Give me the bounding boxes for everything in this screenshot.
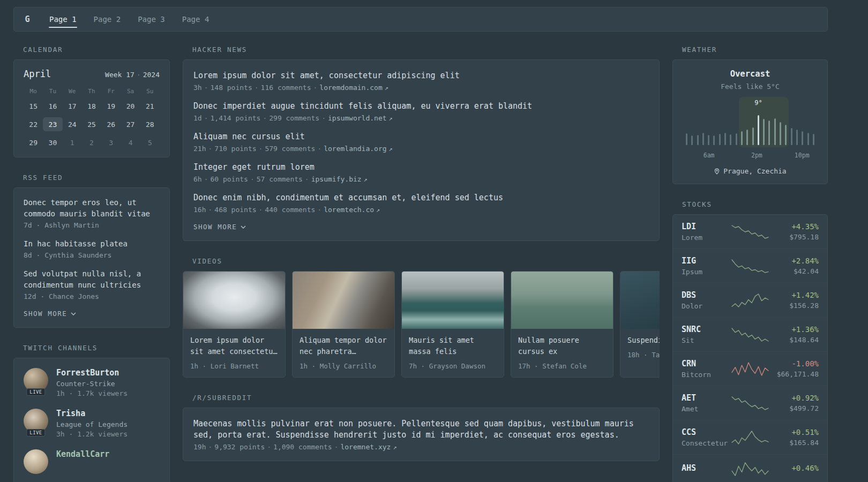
external-link-icon: ↗ <box>364 176 368 183</box>
hn-item-meta: 1d·1,414 points·299 comments·ipsumworld.… <box>193 114 649 122</box>
calendar-day: 16 <box>43 99 62 113</box>
external-link-icon: ↗ <box>389 115 393 122</box>
hn-item-domain-link[interactable]: ipsumworld.net↗ <box>328 114 393 122</box>
stock-change: +0.46% <box>770 464 819 472</box>
video-card[interactable]: Nullam posuere cursus ex 17h · Stefan Co… <box>511 271 613 378</box>
stock-name: Bitcorn <box>682 371 730 379</box>
hn-item-meta: 6h·60 points·57 comments·ipsumify.biz↗ <box>193 175 649 183</box>
weather-section-title: WEATHER <box>682 46 828 54</box>
calendar-day: 21 <box>140 99 160 113</box>
reddit-post-title-link[interactable]: Maecenas mollis pulvinar erat non posuer… <box>193 418 649 441</box>
video-card[interactable]: Aliquam tempor dolor nec pharetra… 1h · … <box>292 271 395 378</box>
hn-item-domain-link[interactable]: loremtech.co↗ <box>324 206 380 214</box>
video-thumbnail[interactable] <box>620 272 660 329</box>
stock-row[interactable]: AHS +0.46% <box>673 454 827 482</box>
rss-show-more-button[interactable]: SHOW MORE <box>24 310 160 318</box>
subreddit-widget: Maecenas mollis pulvinar erat non posuer… <box>183 408 660 461</box>
video-title-link[interactable]: Lorem ipsum dolor sit amet consectetu… <box>190 335 278 357</box>
stock-row[interactable]: LDILorem +4.35%$795.18 <box>673 215 827 248</box>
videos-section-title: VIDEOS <box>192 257 660 265</box>
rss-item-title-link[interactable]: In hac habitasse platea <box>24 238 160 250</box>
calendar-day: 27 <box>121 117 140 131</box>
channel-game: League of Legends <box>56 420 128 428</box>
external-link-icon: ↗ <box>385 84 388 92</box>
channel-viewers: 1h · 1.7k viewers <box>56 389 128 397</box>
stock-name: Lorem <box>682 234 730 242</box>
hn-item-domain-link[interactable]: ipsumify.biz↗ <box>311 175 368 183</box>
video-card[interactable]: Mauris sit amet massa felis 7h · Grayson… <box>401 271 504 378</box>
app-logo[interactable]: G <box>14 7 41 31</box>
hn-item-title-link[interactable]: Donec imperdiet augue tincidunt felis al… <box>193 101 649 112</box>
rss-widget: Donec tempor eros leo, ut commodo mauris… <box>13 187 170 328</box>
calendar-week-row: 22 23 24 25 26 27 28 <box>24 117 160 131</box>
video-title-link[interactable]: Suspendisse diam <box>627 335 660 346</box>
hn-item-title-link[interactable]: Donec enim nibh, condimentum et accumsan… <box>193 192 649 204</box>
hn-item-domain-link[interactable]: loremdomain.com↗ <box>319 84 388 92</box>
rss-item: In hac habitasse platea 8d · Cynthia Sau… <box>24 238 160 259</box>
video-meta: 1h · Molly Carrillo <box>300 362 387 370</box>
videos-section: VIDEOS Lorem ipsum dolor sit amet consec… <box>183 257 660 378</box>
video-card[interactable]: Lorem ipsum dolor sit amet consectetu… 1… <box>183 271 286 378</box>
rss-item-title-link[interactable]: Donec tempor eros leo, ut commodo mauris… <box>24 197 160 220</box>
video-thumbnail[interactable] <box>402 272 504 329</box>
channel-name-link[interactable]: KendallCarr <box>56 449 109 459</box>
stock-symbol: IIG <box>682 256 730 266</box>
calendar-day: 20 <box>121 99 140 113</box>
hn-item-domain-link[interactable]: loremlandia.org↗ <box>324 145 393 153</box>
stock-row[interactable]: DBSDolor +1.42%$156.28 <box>673 283 827 317</box>
hn-item-meta: 3h·148 points·116 comments·loremdomain.c… <box>193 84 649 92</box>
weather-widget: Overcast Feels like 5°C 9° 6am2pm10pm Pr… <box>672 59 828 184</box>
video-title-link[interactable]: Nullam posuere cursus ex <box>518 335 606 357</box>
hn-item: Integer eget rutrum lorem 6h·60 points·5… <box>193 162 649 183</box>
chevron-down-icon <box>71 312 76 315</box>
tab-page-2[interactable]: Page 2 <box>85 7 130 31</box>
hn-show-more-button[interactable]: SHOW MORE <box>193 223 649 231</box>
live-badge: LIVE <box>26 429 45 436</box>
hn-item-title-link[interactable]: Lorem ipsum dolor sit amet, consectetur … <box>193 70 649 81</box>
rss-item-title-link[interactable]: Sed volutpat nulla nisl, a condimentum n… <box>24 268 160 291</box>
channel-name-link[interactable]: Trisha <box>56 409 128 418</box>
calendar-day: 3 <box>101 135 121 149</box>
twitch-channel[interactable]: LIVE ForrestBurton Counter-Strike 1h · 1… <box>24 368 160 397</box>
channel-viewers: 3h · 1.2k viewers <box>56 430 128 438</box>
stock-row[interactable]: CCSConsectetur +0.51%$165.84 <box>673 420 827 454</box>
video-thumbnail[interactable] <box>183 272 285 329</box>
video-thumbnail[interactable] <box>511 272 613 329</box>
stock-row[interactable]: CRNBitcorn -1.00%$66,171.48 <box>673 351 827 386</box>
weather-section: WEATHER Overcast Feels like 5°C 9° 6am2p… <box>672 46 828 184</box>
stock-price: $148.64 <box>770 336 819 344</box>
reddit-post-domain-link[interactable]: loremnet.xyz↗ <box>340 443 396 451</box>
calendar-day: 15 <box>24 99 43 113</box>
calendar-day-selected: 23 <box>43 117 62 131</box>
channel-game: Counter-Strike <box>56 380 128 388</box>
video-thumbnail[interactable] <box>293 272 394 329</box>
stock-row[interactable]: AETAmet +0.92%$499.72 <box>673 386 827 420</box>
video-title-link[interactable]: Aliquam tempor dolor nec pharetra… <box>300 335 387 357</box>
tab-page-4[interactable]: Page 4 <box>174 7 218 31</box>
hn-item-title-link[interactable]: Integer eget rutrum lorem <box>193 162 649 173</box>
tab-page-3[interactable]: Page 3 <box>129 7 174 31</box>
calendar-day: 24 <box>63 117 82 131</box>
video-card[interactable]: Suspendisse diam 18h · Tara <box>620 271 660 378</box>
stock-sparkline <box>730 362 770 376</box>
video-meta: 7h · Grayson Dawson <box>409 362 497 370</box>
reddit-post-meta: 19h·9,932 points·1,090 comments·loremnet… <box>193 443 649 451</box>
rss-item-meta: 7d · Ashlyn Martin <box>24 221 160 229</box>
right-column: WEATHER Overcast Feels like 5°C 9° 6am2p… <box>672 46 828 482</box>
tab-page-1[interactable]: Page 1 <box>41 7 85 31</box>
stock-row[interactable]: IIGIpsum +2.84%$42.04 <box>673 248 827 283</box>
hn-item-title-link[interactable]: Aliquam nec cursus elit <box>193 131 649 142</box>
twitch-channel[interactable]: LIVE Trisha League of Legends 3h · 1.2k … <box>24 409 160 438</box>
top-nav: G Page 1 Page 2 Page 3 Page 4 <box>13 7 828 32</box>
stock-price: $42.04 <box>770 267 819 275</box>
stock-symbol: DBS <box>682 290 730 300</box>
page-tabs: Page 1 Page 2 Page 3 Page 4 <box>41 7 218 31</box>
calendar-day: 26 <box>101 117 121 131</box>
stock-change: +1.36% <box>770 325 819 334</box>
hn-item: Donec enim nibh, condimentum et accumsan… <box>193 192 649 214</box>
stock-name: Sit <box>682 336 730 344</box>
channel-name-link[interactable]: ForrestBurton <box>56 368 128 378</box>
stock-row[interactable]: SNRCSit +1.36%$148.64 <box>673 317 827 351</box>
twitch-channel[interactable]: KendallCarr <box>24 449 160 474</box>
video-title-link[interactable]: Mauris sit amet massa felis <box>409 335 497 357</box>
